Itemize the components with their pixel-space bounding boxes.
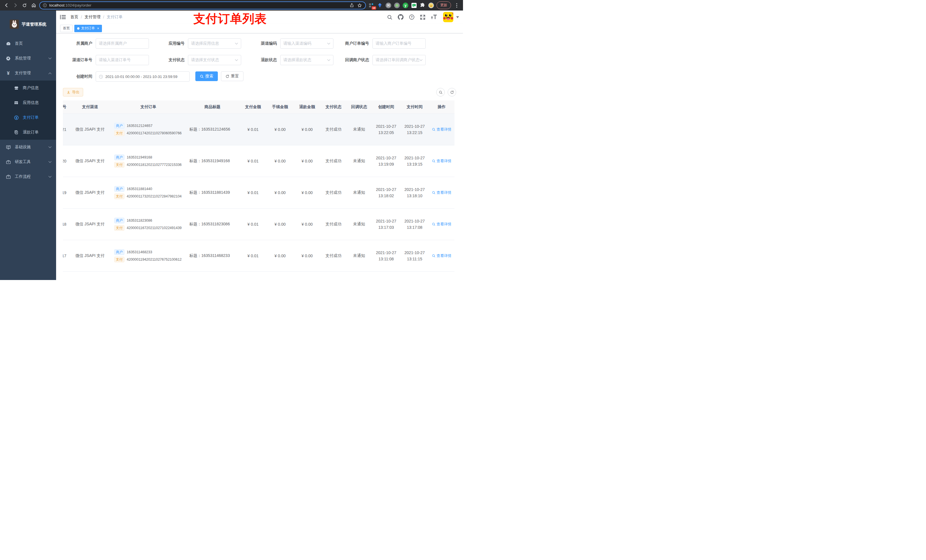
- sidebar-item-首页[interactable]: 首页: [0, 36, 56, 51]
- reload-icon[interactable]: [21, 2, 28, 9]
- input-商户订单编号[interactable]: 请输入商户订单编号: [372, 38, 426, 49]
- toggle-search-button[interactable]: [436, 88, 445, 97]
- cell-actions[interactable]: 查看详情: [429, 145, 454, 177]
- pay-order-no: 4200001194202110276752100612: [127, 258, 182, 261]
- grid-icon: [14, 100, 19, 105]
- filter-row-date: 创建时间 2021-10-01 00:00:00 - 2021-10-31 23…: [63, 71, 456, 82]
- sidebar-item-应用信息[interactable]: 应用信息: [0, 95, 56, 110]
- sidebar-item-支付订单[interactable]: 支付订单: [0, 110, 56, 125]
- filter-label: 商户订单编号: [340, 41, 372, 46]
- forward-icon[interactable]: [12, 2, 19, 9]
- search-button[interactable]: 搜索: [195, 71, 218, 81]
- sidebar-item-工作流程[interactable]: 工作流程: [0, 169, 56, 184]
- extension-gem-icon[interactable]: [377, 2, 383, 9]
- sidebar-item-商户信息[interactable]: 商户信息: [0, 80, 56, 95]
- sidebar-item-基础设施[interactable]: 基础设施: [0, 140, 56, 154]
- view-details-link[interactable]: 查看详情: [432, 158, 451, 164]
- github-icon[interactable]: [398, 14, 404, 20]
- select-应用编号[interactable]: 请选择应用信息: [188, 38, 241, 49]
- extension-dot-icon[interactable]: [394, 2, 400, 9]
- extension-puzzle-icon[interactable]: [419, 2, 426, 9]
- breadcrumb-home[interactable]: 首页: [70, 15, 78, 20]
- table-row: 商户1635311051796: [63, 272, 454, 280]
- column-header-支付渠道: 支付渠道: [69, 100, 111, 113]
- select-回调商户状态[interactable]: 请选择订单回调商户状态: [372, 55, 426, 65]
- table-row: 18微信 JSAPI 支付商户1635311823086支付4200001167…: [63, 208, 454, 240]
- cell-pay-status: 支付成功: [321, 240, 346, 272]
- cell-fee: [266, 272, 294, 280]
- sidebar-item-支付管理[interactable]: ¥支付管理: [0, 66, 56, 80]
- cell-pay-status: 支付成功: [321, 208, 346, 240]
- tag-支付订单[interactable]: 支付订单×: [74, 25, 102, 32]
- breadcrumb-current: 支付订单: [107, 15, 123, 20]
- cell-title: 标题：1635311881439: [185, 177, 239, 208]
- font-size-icon[interactable]: [431, 15, 438, 20]
- cell-order-numbers: 商户1635311051796: [111, 272, 185, 280]
- sidebar-item-label: 系统管理: [15, 56, 31, 61]
- select-支付状态[interactable]: 请选择支付状态: [188, 55, 241, 65]
- bookmark-star-icon[interactable]: [357, 2, 363, 9]
- search-icon[interactable]: [387, 15, 392, 20]
- profile-emoji-icon[interactable]: [428, 2, 434, 9]
- view-details-link[interactable]: 查看详情: [432, 253, 451, 258]
- cell-actions[interactable]: 查看详情: [429, 240, 454, 272]
- placeholder-text: 请输入商户订单编号: [375, 41, 422, 46]
- sidebar-item-系统管理[interactable]: 系统管理: [0, 51, 56, 66]
- reset-button[interactable]: 重置: [221, 71, 244, 81]
- site-info-icon[interactable]: [43, 3, 47, 8]
- app-logo[interactable]: 芋道管理系统: [0, 11, 56, 36]
- refresh-table-button[interactable]: [448, 88, 456, 97]
- placeholder-text: 请选择支付状态: [191, 57, 235, 63]
- sidebar-item-label: 支付管理: [15, 71, 31, 76]
- breadcrumb-pay[interactable]: 支付管理: [85, 15, 100, 20]
- sidebar-item-退款订单[interactable]: 退款订单: [0, 125, 56, 140]
- hamburger-icon[interactable]: [60, 15, 66, 20]
- cell-paid-time: [400, 272, 429, 280]
- cell-actions[interactable]: 查看详情: [429, 113, 454, 145]
- extension-command-icon[interactable]: ⌘: [385, 2, 392, 9]
- view-details-link[interactable]: 查看详情: [432, 222, 451, 227]
- filter-label: 渠道订单号: [63, 57, 96, 63]
- cell-pay-status: 支付成功: [321, 177, 346, 208]
- chevron-down-icon: [48, 161, 51, 163]
- cell-actions[interactable]: 查看详情: [429, 208, 454, 240]
- fullscreen-icon[interactable]: [420, 15, 425, 20]
- pay-order-no: 4200001167202110271022491439: [127, 226, 182, 230]
- browser-update-button[interactable]: 更新: [437, 2, 451, 9]
- input-渠道订单号[interactable]: 请输入渠道订单号: [96, 55, 149, 65]
- browser-menu-icon[interactable]: [453, 2, 460, 9]
- page-annotation: 支付订单列表: [193, 11, 267, 27]
- cell-actions[interactable]: 查看详情: [429, 177, 454, 208]
- help-icon[interactable]: ?: [409, 14, 415, 20]
- user-avatar[interactable]: [443, 12, 459, 22]
- filter-label: 应用编号: [155, 41, 188, 46]
- cell-title: 标题：1635312124656: [185, 113, 239, 145]
- date-filter-label: 创建时间: [63, 74, 96, 79]
- view-details-link[interactable]: 查看详情: [432, 127, 451, 132]
- pikachu-avatar-icon: [443, 12, 453, 22]
- filter-label: 支付状态: [155, 57, 188, 63]
- merchant-badge: 商户: [114, 186, 124, 192]
- select-退款状态[interactable]: 请选择退款状态: [280, 55, 333, 65]
- date-range-input[interactable]: 2021-10-01 00:00:00 - 2021-10-31 23:59:5…: [96, 71, 190, 82]
- chevron-down-icon: [419, 59, 422, 61]
- select-渠道编码[interactable]: 请输入渠道编码: [280, 38, 333, 49]
- back-icon[interactable]: [3, 2, 10, 9]
- extension-chat-icon[interactable]: [411, 2, 417, 9]
- address-bar[interactable]: localhost:1024/pay/order: [39, 2, 366, 9]
- sidebar: 芋道管理系统 首页系统管理¥支付管理商户信息应用信息支付订单退款订单基础设施研发…: [0, 11, 56, 280]
- tag-close-icon[interactable]: ×: [97, 26, 99, 30]
- tag-首页[interactable]: 首页: [60, 25, 73, 32]
- view-details-link[interactable]: 查看详情: [432, 190, 451, 195]
- merchant-badge: 商户: [114, 123, 124, 128]
- extension-y-icon[interactable]: y: [402, 2, 409, 9]
- input-所属商户[interactable]: 请选择所属商户: [96, 38, 149, 49]
- extension-tabs-icon[interactable]: 10: [368, 2, 374, 9]
- home-icon[interactable]: [30, 2, 37, 9]
- sidebar-item-研发工具[interactable]: 研发工具: [0, 154, 56, 169]
- export-button[interactable]: 导出: [63, 88, 83, 97]
- column-header-商品标题: 商品标题: [185, 100, 239, 113]
- share-icon[interactable]: [349, 2, 354, 9]
- column-header-回调状态: 回调状态: [346, 100, 372, 113]
- view-details-icon: [432, 222, 436, 226]
